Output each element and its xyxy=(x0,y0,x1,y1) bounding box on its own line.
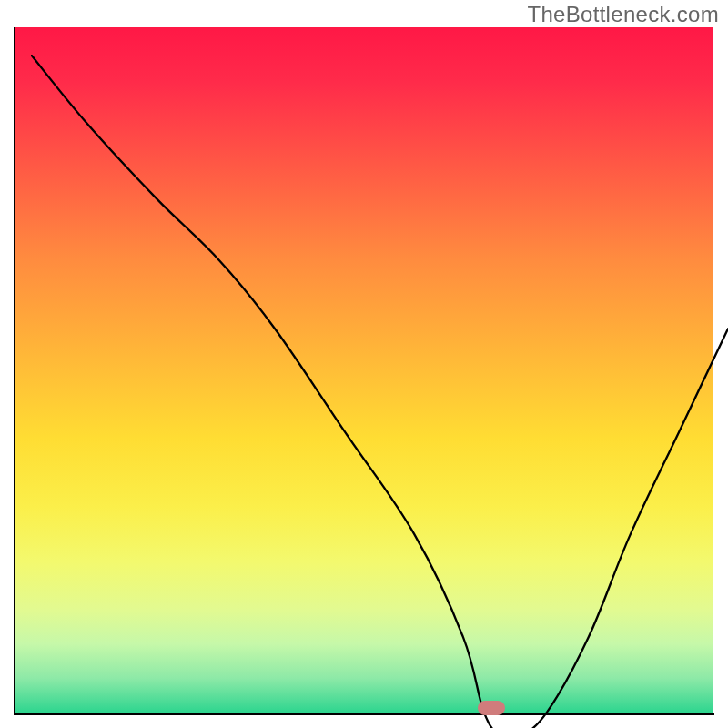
plot-area xyxy=(15,27,713,713)
bottleneck-curve xyxy=(31,55,728,728)
optimal-marker xyxy=(478,701,505,715)
y-axis xyxy=(14,27,15,715)
chart-container: TheBottleneck.com xyxy=(0,0,728,728)
watermark-text: TheBottleneck.com xyxy=(527,2,719,27)
